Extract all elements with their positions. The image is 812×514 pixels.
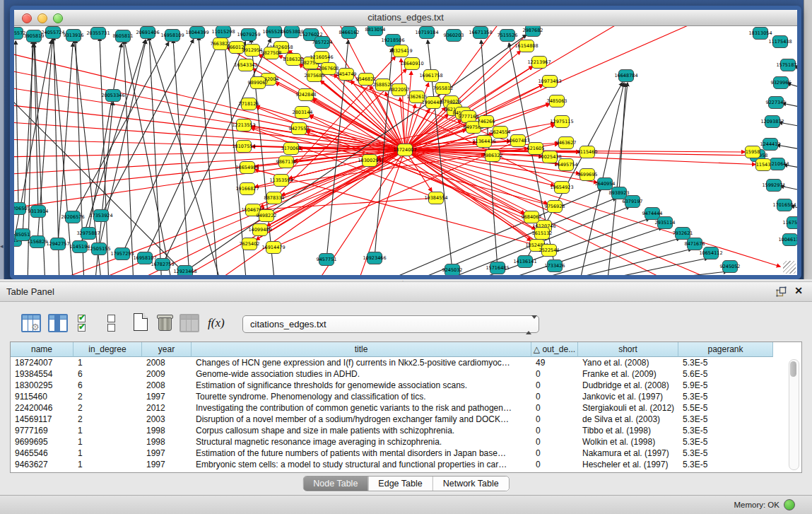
network-graph-canvas[interactable]: 2405572390581924055724931391620355731860…	[14, 26, 797, 275]
table-cell[interactable]: 0	[531, 436, 578, 448]
scrollbar-thumb[interactable]	[790, 361, 796, 377]
table-cell[interactable]: Jankovic et al. (1997)	[578, 391, 678, 402]
delete-table-button[interactable]	[155, 313, 177, 335]
table-cell[interactable]: 2	[73, 414, 142, 425]
tab-edge-table[interactable]: Edge Table	[367, 477, 432, 491]
table-cell[interactable]: 5.3E-5	[678, 448, 773, 459]
table-cell[interactable]: Corpus callosum shape and size in male p…	[192, 425, 531, 436]
table-cell[interactable]: 1997	[142, 459, 192, 470]
table-cell[interactable]: 2	[73, 391, 142, 402]
table-cell[interactable]: 9777169	[11, 425, 73, 436]
window-resize-grip[interactable]	[783, 261, 796, 274]
table-cell[interactable]: 2012	[142, 402, 192, 414]
vertical-scrollbar[interactable]	[789, 359, 799, 470]
window-titlebar[interactable]: citations_edges.txt	[14, 10, 797, 26]
table-cell[interactable]: 18300295	[11, 380, 73, 391]
table-cell[interactable]: Franke et al. (2009)	[578, 368, 678, 380]
table-body[interactable]: 1872400712008Changes of HCN gene express…	[11, 357, 801, 470]
column-header-1[interactable]: in_degree	[73, 342, 142, 357]
table-cell[interactable]: 6	[73, 368, 142, 380]
table-cell[interactable]: 9465546	[11, 448, 73, 459]
table-cell[interactable]: 5.5E-5	[678, 402, 773, 414]
table-cell[interactable]: 1	[73, 459, 142, 470]
table-selector-dropdown[interactable]: citations_edges.txt	[242, 315, 539, 333]
table-row[interactable]: 1872400712008Changes of HCN gene express…	[11, 357, 801, 368]
table-cell[interactable]: 0	[531, 459, 578, 470]
table-cell[interactable]: 1998	[142, 425, 192, 436]
table-cell[interactable]: 5.3E-5	[678, 436, 773, 448]
table-cell[interactable]: 9699695	[11, 436, 73, 448]
table-cell[interactable]: 5.9E-5	[678, 380, 773, 391]
memory-status-indicator[interactable]	[784, 499, 795, 510]
column-header-3[interactable]: title	[192, 342, 531, 357]
table-cell[interactable]: Changes of HCN gene expression and I(f) …	[192, 357, 531, 368]
table-row[interactable]: 946362711997Embryonic stem cells: a mode…	[11, 459, 801, 470]
table-cell[interactable]: 0	[531, 414, 578, 425]
table-cell[interactable]: 9115460	[11, 391, 73, 402]
column-header-0[interactable]: name	[11, 342, 73, 357]
table-cell[interactable]: 5.3E-5	[678, 357, 773, 368]
table-cell[interactable]: 49	[531, 357, 578, 368]
table-cell[interactable]: Disruption of a novel member of a sodium…	[192, 414, 531, 425]
table-row[interactable]: 977716911998Corpus callosum shape and si…	[11, 425, 801, 436]
column-header-4[interactable]: △ out_de...	[531, 342, 578, 357]
table-cell[interactable]: 5.3E-5	[678, 459, 773, 470]
table-cell[interactable]: 1997	[142, 448, 192, 459]
table-cell[interactable]: 2008	[142, 357, 192, 368]
table-cell[interactable]: 6	[73, 380, 142, 391]
table-cell[interactable]: Estimation of significance thresholds fo…	[192, 380, 531, 391]
float-panel-icon[interactable]	[776, 286, 787, 297]
table-cell[interactable]: de Silva et al. (2003)	[578, 414, 678, 425]
table-row[interactable]: 1938455462009Genome-wide association stu…	[11, 368, 801, 380]
table-cell[interactable]: 1	[73, 425, 142, 436]
table-row[interactable]: 2242004622012Investigating the contribut…	[11, 402, 801, 414]
table-cell[interactable]: 0	[531, 448, 578, 459]
table-cell[interactable]: Yano et al. (2008)	[578, 357, 678, 368]
table-cell[interactable]: Estimation of the future numbers of pati…	[192, 448, 531, 459]
column-header-6[interactable]: pagerank	[678, 342, 773, 357]
table-cell[interactable]: 2008	[142, 380, 192, 391]
table-cell[interactable]: Tourette syndrome. Phenomenology and cla…	[192, 391, 531, 402]
new-table-button[interactable]	[131, 313, 153, 335]
deselect-rows-button[interactable]	[103, 313, 124, 335]
table-cell[interactable]: 0	[531, 391, 578, 402]
select-all-rows-button[interactable]	[75, 313, 96, 335]
table-cell[interactable]: 22420046	[11, 402, 73, 414]
function-builder-button[interactable]: f(x)	[208, 313, 229, 335]
table-cell[interactable]: 0	[531, 380, 578, 391]
table-cell[interactable]: Structural magnetic resonance image aver…	[192, 436, 531, 448]
table-cell[interactable]: 9463627	[11, 459, 73, 470]
table-cell[interactable]: Dudbridge et al. (2008)	[578, 380, 678, 391]
table-cell[interactable]: 0	[531, 368, 578, 380]
table-row[interactable]: 969969511998Structural magnetic resonanc…	[11, 436, 801, 448]
table-cell[interactable]: Stergiakouli et al. (2012)	[578, 402, 678, 414]
column-header-5[interactable]: short	[578, 342, 678, 357]
column-header-2[interactable]: year	[142, 342, 192, 357]
table-cell[interactable]: 14569117	[11, 414, 73, 425]
table-cell[interactable]: Nakamura et al. (1997)	[578, 448, 678, 459]
table-cell[interactable]: Hescheler et al. (1997)	[578, 459, 678, 470]
table-cell[interactable]: 5.3E-5	[678, 414, 773, 425]
table-cell[interactable]: Investigating the contribution of common…	[192, 402, 531, 414]
table-cell[interactable]: 5.3E-5	[678, 391, 773, 402]
table-cell[interactable]: 1	[73, 436, 142, 448]
table-cell[interactable]: Tibbo et al. (1998)	[578, 425, 678, 436]
table-settings-button[interactable]: ⚙	[21, 313, 42, 335]
table-cell[interactable]: 1998	[142, 436, 192, 448]
table-cell[interactable]: 2009	[142, 368, 192, 380]
collapse-panel-arrow-icon[interactable]: ◂	[0, 242, 5, 250]
table-cell[interactable]: 5.3E-5	[678, 425, 773, 436]
table-row[interactable]: 1456911722003Disruption of a novel membe…	[11, 414, 801, 425]
table-row[interactable]: 1830029562008Estimation of significance …	[11, 380, 801, 391]
select-column-button[interactable]	[48, 313, 69, 335]
table-cell[interactable]: 0	[531, 425, 578, 436]
node-table[interactable]: namein_degreeyeartitle△ out_de...shortpa…	[10, 341, 802, 473]
table-cell[interactable]: 19384554	[11, 368, 73, 380]
tab-node-table[interactable]: Node Table	[303, 477, 367, 491]
table-cell[interactable]: 2	[73, 402, 142, 414]
table-cell[interactable]: 1	[73, 357, 142, 368]
table-cell[interactable]: 1	[73, 448, 142, 459]
table-row[interactable]: 911546021997Tourette syndrome. Phenomeno…	[11, 391, 801, 402]
table-cell[interactable]: Embryonic stem cells: a model to study s…	[192, 459, 531, 470]
table-cell[interactable]: 2003	[142, 414, 192, 425]
